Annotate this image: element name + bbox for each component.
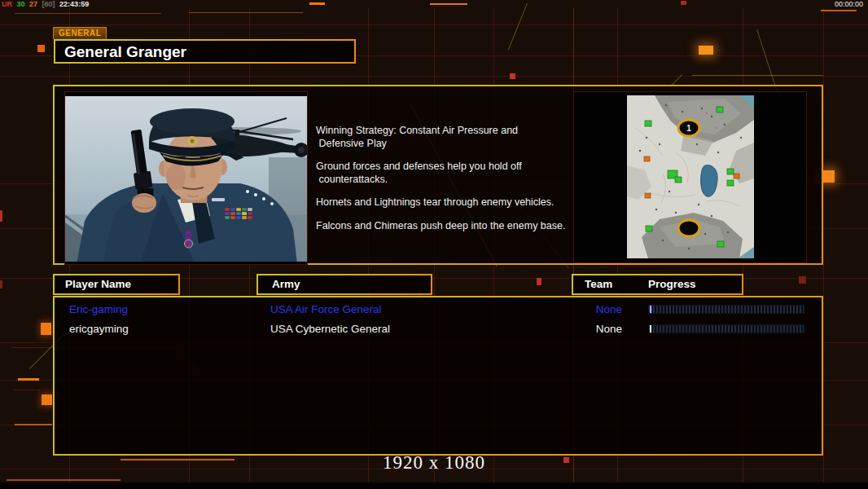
circuit-line [823, 8, 824, 482]
debug-ur: UR [2, 0, 12, 8]
progress-bar [649, 305, 804, 314]
circuit-trace [508, 3, 528, 51]
start-position-2 [678, 220, 699, 236]
debug-time: 22:43:59 [59, 0, 89, 8]
letterbox-strip [0, 482, 868, 489]
circuit-node [510, 73, 515, 79]
header-player-name-label: Player Name [65, 275, 131, 293]
strategy-line: Ground forces and defenses help you hold… [316, 161, 570, 186]
player-name: ericgayming [69, 319, 129, 339]
start-position-1-label: 1 [686, 124, 691, 133]
header-player-name: Player Name [53, 274, 180, 295]
circuit-line [0, 24, 868, 25]
circuit-trace [15, 13, 161, 14]
lobby-screen: UR 30 27 [60] 22:43:59 00:00:00 GENERAL … [0, 0, 868, 489]
circuit-node [42, 394, 52, 405]
player-row[interactable]: ericgayming USA Cybernetic General None [55, 319, 822, 339]
circuit-trace [13, 390, 41, 390]
circuit-trace [692, 75, 823, 76]
header-army: Army [256, 274, 432, 295]
circuit-node [15, 424, 52, 425]
player-army: USA Cybernetic General [270, 319, 390, 339]
circuit-node [0, 280, 2, 289]
debug-overlay: UR 30 27 [60] 22:43:59 [2, 0, 91, 8]
map-preview-box: 1 [573, 91, 807, 263]
circuit-trace [189, 12, 303, 13]
player-row[interactable]: Eric-gaming USA Air Force General None [55, 300, 822, 319]
debug-cap: [60] [42, 0, 55, 8]
circuit-node [37, 45, 45, 52]
strategy-text: Winning Strategy: Constant Air Pressure … [316, 125, 570, 243]
circuit-line [0, 76, 868, 77]
general-title-box: General Granger [54, 39, 356, 64]
circuit-node [821, 10, 857, 11]
player-name: Eric-gaming [69, 300, 128, 319]
player-army: USA Air Force General [270, 300, 382, 319]
resolution-label: 1920 x 1080 [0, 452, 868, 474]
player-listbox[interactable]: Eric-gaming USA Air Force General None e… [53, 296, 823, 456]
circuit-node [799, 276, 806, 284]
circuit-node [7, 479, 121, 481]
header-team-progress: Team Progress [572, 274, 743, 295]
general-title: General Granger [55, 41, 354, 63]
tab-general[interactable]: GENERAL [53, 27, 107, 39]
debug-latency: 27 [29, 0, 37, 8]
strategy-line: Winning Strategy: Constant Air Pressure … [316, 125, 570, 150]
start-position-1: 1 [678, 120, 699, 136]
general-portrait-art [65, 92, 307, 264]
header-progress-label: Progress [648, 275, 696, 293]
header-team-label: Team [585, 275, 612, 293]
circuit-node [681, 1, 686, 5]
player-team: None [585, 319, 633, 339]
ribbon-rack [225, 208, 252, 219]
wings-badge [212, 198, 225, 201]
photo-bottom-strip [65, 262, 307, 264]
progress-bar [649, 324, 804, 333]
strategy-line: Hornets and Lightnings tear through enem… [316, 196, 570, 209]
general-portrait [64, 91, 308, 265]
game-clock: 00:00:00 [835, 0, 863, 8]
circuit-node [822, 170, 835, 183]
circuit-node [309, 2, 325, 5]
circuit-node [537, 278, 541, 285]
circuit-node [18, 378, 39, 381]
circuit-node [41, 323, 51, 335]
debug-fps: 30 [17, 0, 25, 8]
photo-top-strip [65, 92, 307, 96]
map-preview: 1 [627, 95, 754, 258]
circuit-node [0, 210, 2, 222]
purple-heart-medal [185, 231, 193, 248]
player-team: None [585, 300, 633, 319]
circuit-node [430, 3, 467, 5]
circuit-node [699, 46, 713, 55]
strategy-line: Falcons and Chimeras push deep into the … [316, 220, 570, 233]
header-army-label: Army [272, 275, 300, 293]
